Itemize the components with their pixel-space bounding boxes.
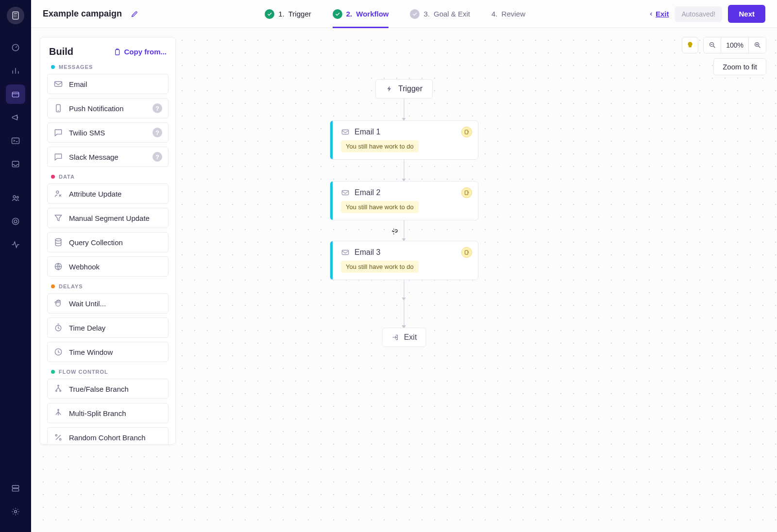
chat-icon [53, 128, 63, 137]
item-tf-branch[interactable]: True/False Branch [47, 379, 169, 399]
item-label: Wait Until... [69, 299, 106, 308]
svg-rect-0 [13, 12, 18, 19]
svg-point-6 [17, 196, 18, 198]
workflow-canvas[interactable]: 100% Zoom to fit Build Copy from... MESS… [31, 28, 777, 532]
item-attribute-update[interactable]: Attribute Update [47, 183, 169, 204]
item-time-window[interactable]: Time Window [47, 342, 169, 362]
check-circle-icon [265, 9, 274, 19]
nav-transactional[interactable] [6, 131, 25, 150]
step-trigger[interactable]: 1. Trigger [265, 0, 311, 28]
next-button[interactable]: Next [728, 5, 765, 23]
database-icon [11, 483, 20, 493]
zoom-out-button[interactable] [704, 37, 721, 53]
svg-rect-4 [12, 161, 18, 167]
help-icon[interactable]: ? [152, 152, 162, 162]
item-sms[interactable]: Twilio SMS ? [47, 122, 169, 143]
wizard-steps: 1. Trigger 2. Workflow 3. Goal & Exit 4.… [147, 0, 643, 28]
item-webhook[interactable]: Webhook [47, 256, 169, 277]
terminal-icon [11, 136, 20, 146]
svg-rect-32 [342, 250, 349, 255]
nav-activity[interactable] [6, 235, 25, 254]
email-node-1[interactable]: Email 1 You still have work to do [330, 120, 478, 160]
pencil-icon [131, 10, 138, 18]
email-node-2[interactable]: Email 2 You still have work to do [330, 181, 478, 220]
nav-deliveries[interactable] [6, 154, 25, 174]
svg-rect-9 [12, 485, 18, 488]
clipboard-icon [113, 48, 121, 56]
zoom-controls: 100% Zoom to fit [682, 37, 766, 75]
item-label: Multi-Split Branch [69, 409, 126, 417]
svg-rect-29 [465, 130, 468, 134]
app-logo[interactable] [7, 7, 24, 24]
svg-rect-15 [55, 82, 62, 86]
email-icon [341, 248, 350, 257]
nav-segments[interactable] [6, 212, 25, 231]
exit-node[interactable]: Exit [382, 328, 426, 347]
item-label: Time Window [69, 348, 113, 356]
zoom-fit-button[interactable]: Zoom to fit [713, 58, 766, 75]
svg-point-11 [15, 511, 17, 513]
svg-point-18 [55, 239, 61, 241]
hand-icon [53, 299, 63, 308]
email-icon [341, 188, 350, 197]
item-label: Attribute Update [69, 190, 121, 198]
svg-rect-3 [12, 138, 19, 144]
svg-rect-30 [342, 191, 349, 195]
item-random-branch[interactable]: Random Cohort Branch [47, 427, 169, 445]
nav-analytics[interactable] [6, 61, 25, 81]
help-icon[interactable]: ? [152, 103, 162, 113]
multi-branch-icon [53, 408, 63, 418]
item-email[interactable]: Email [47, 74, 169, 94]
item-push[interactable]: Push Notification ? [47, 98, 169, 118]
svg-rect-31 [465, 191, 468, 195]
nav-settings[interactable] [6, 502, 25, 521]
item-query-collection[interactable]: Query Collection [47, 232, 169, 252]
nav-rail [0, 0, 31, 532]
lightbulb-icon [686, 41, 694, 50]
package-icon [11, 89, 20, 99]
email-icon [341, 128, 350, 136]
branch-icon [53, 384, 63, 394]
copy-from-button[interactable]: Copy from... [113, 48, 167, 56]
nav-dashboard[interactable] [6, 38, 25, 57]
campaign-title: Example campaign [43, 9, 122, 19]
step-review[interactable]: 4. Review [491, 0, 525, 28]
cursor-icon [390, 227, 399, 236]
connector [404, 300, 405, 328]
item-slack[interactable]: Slack Message ? [47, 147, 169, 167]
check-circle-icon [410, 9, 420, 19]
item-wait-until[interactable]: Wait Until... [47, 293, 169, 314]
stopwatch-icon [53, 323, 63, 332]
topbar: Example campaign 1. Trigger 2. Workflow … [31, 0, 777, 28]
gauge-icon [11, 43, 20, 52]
email-node-3[interactable]: Email 3 You still have work to do [330, 241, 478, 280]
section-messages: MESSAGES [51, 64, 165, 70]
help-icon[interactable]: ? [152, 128, 162, 137]
node-warning: You still have work to do [341, 261, 419, 273]
exit-link[interactable]: Exit [649, 10, 669, 18]
step-workflow[interactable]: 2. Workflow [333, 0, 389, 28]
item-multi-branch[interactable]: Multi-Split Branch [47, 403, 169, 423]
people-icon [11, 193, 20, 203]
svg-rect-33 [465, 250, 468, 254]
item-segment-update[interactable]: Manual Segment Update [47, 208, 169, 228]
edit-title-button[interactable] [128, 7, 141, 21]
svg-point-26 [55, 434, 57, 436]
person-edit-icon [53, 189, 63, 199]
step-goal-exit[interactable]: 3. Goal & Exit [410, 0, 470, 28]
item-label: Slack Message [69, 153, 118, 161]
tips-button[interactable] [682, 37, 698, 53]
nav-data[interactable] [6, 479, 25, 498]
svg-rect-2 [12, 92, 18, 97]
trigger-node[interactable]: Trigger [375, 79, 433, 99]
calculator-icon [11, 11, 20, 20]
node-title: Email 2 [355, 188, 380, 197]
svg-point-25 [58, 409, 59, 411]
nav-people[interactable] [6, 188, 25, 208]
item-time-delay[interactable]: Time Delay [47, 317, 169, 338]
node-warning: You still have work to do [341, 140, 419, 152]
nav-broadcasts[interactable] [6, 108, 25, 127]
svg-rect-14 [116, 50, 119, 55]
zoom-in-button[interactable] [748, 37, 766, 53]
nav-campaigns[interactable] [6, 84, 25, 104]
